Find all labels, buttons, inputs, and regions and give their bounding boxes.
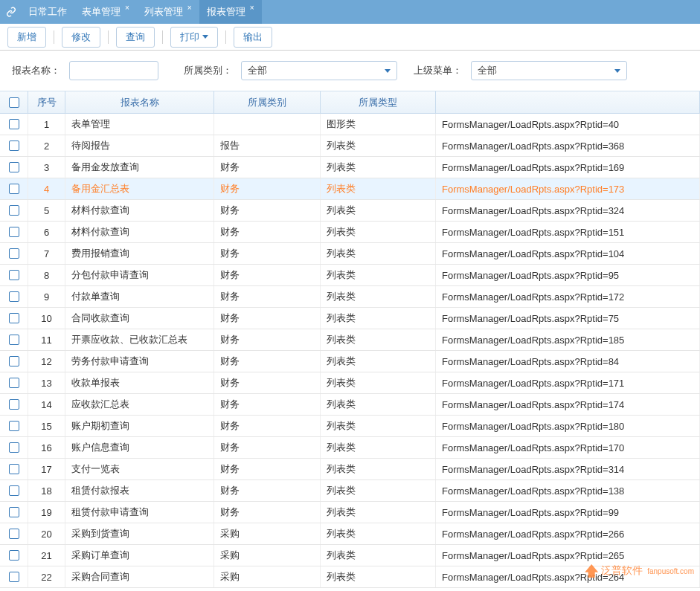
chevron-down-icon	[614, 69, 620, 73]
table-row[interactable]: 14应收款汇总表财务列表类FormsManager/LoadRpts.aspx?…	[0, 394, 700, 416]
table-row[interactable]: 11开票应收款、已收款汇总表财务列表类FormsManager/LoadRpts…	[0, 329, 700, 351]
tab-1[interactable]: 表单管理×	[74, 0, 137, 24]
export-button[interactable]: 输出	[234, 27, 272, 48]
row-checkbox-cell	[0, 437, 28, 458]
row-checkbox-cell	[0, 308, 28, 329]
cell-name: 采购合同查询	[65, 566, 214, 587]
table-row[interactable]: 9付款单查询财务列表类FormsManager/LoadRpts.aspx?Rp…	[0, 286, 700, 308]
row-checkbox[interactable]	[9, 227, 19, 237]
row-checkbox[interactable]	[9, 313, 19, 323]
row-checkbox-cell	[0, 178, 28, 199]
table-row[interactable]: 21采购订单查询采购列表类FormsManager/LoadRpts.aspx?…	[0, 545, 700, 566]
cell-url: FormsManager/LoadRpts.aspx?Rptid=173	[436, 178, 700, 199]
cell-type: 列表类	[321, 135, 436, 156]
row-checkbox[interactable]	[9, 550, 19, 561]
table-row[interactable]: 3备用金发放查询财务列表类FormsManager/LoadRpts.aspx?…	[0, 157, 700, 178]
close-icon[interactable]: ×	[187, 4, 192, 12]
table-row[interactable]: 4备用金汇总表财务列表类FormsManager/LoadRpts.aspx?R…	[0, 178, 700, 200]
row-checkbox[interactable]	[9, 529, 19, 539]
table-row[interactable]: 22采购合同查询采购列表类FormsManager/LoadRpts.aspx?…	[0, 566, 700, 588]
row-checkbox-cell	[0, 157, 28, 178]
row-checkbox[interactable]	[9, 119, 19, 129]
table-row[interactable]: 10合同收款查询财务列表类FormsManager/LoadRpts.aspx?…	[0, 308, 700, 329]
table-row[interactable]: 16账户信息查询财务列表类FormsManager/LoadRpts.aspx?…	[0, 437, 700, 459]
table-row[interactable]: 8分包付款申请查询财务列表类FormsManager/LoadRpts.aspx…	[0, 265, 700, 286]
edit-button[interactable]: 修改	[62, 27, 100, 48]
cell-url: FormsManager/LoadRpts.aspx?Rptid=99	[436, 502, 700, 523]
row-checkbox-cell	[0, 222, 28, 242]
select-all-checkbox[interactable]	[9, 97, 19, 108]
row-checkbox[interactable]	[9, 378, 19, 388]
report-name-input[interactable]	[69, 61, 158, 80]
row-checkbox[interactable]	[9, 141, 19, 151]
row-checkbox[interactable]	[9, 291, 19, 302]
header-name[interactable]: 报表名称	[65, 91, 214, 113]
cell-url: FormsManager/LoadRpts.aspx?Rptid=171	[436, 372, 700, 393]
tab-3[interactable]: 报表管理×	[199, 0, 262, 24]
tab-0[interactable]: 日常工作	[21, 0, 74, 24]
print-button[interactable]: 打印	[170, 27, 218, 48]
row-checkbox[interactable]	[9, 248, 19, 259]
table-row[interactable]: 2待阅报告报告列表类FormsManager/LoadRpts.aspx?Rpt…	[0, 135, 700, 157]
row-checkbox-cell	[0, 416, 28, 436]
row-checkbox[interactable]	[9, 335, 19, 345]
row-checkbox[interactable]	[9, 270, 19, 280]
cell-category: 财务	[214, 329, 321, 350]
row-checkbox[interactable]	[9, 507, 19, 517]
row-checkbox[interactable]	[9, 421, 19, 431]
cell-url: FormsManager/LoadRpts.aspx?Rptid=169	[436, 157, 700, 178]
table-row[interactable]: 7费用报销查询财务列表类FormsManager/LoadRpts.aspx?R…	[0, 243, 700, 265]
query-button[interactable]: 查询	[116, 27, 155, 48]
row-checkbox-cell	[0, 329, 28, 350]
cell-name: 费用报销查询	[65, 243, 214, 264]
cell-name: 劳务付款申请查询	[65, 351, 214, 372]
table-row[interactable]: 17支付一览表财务列表类FormsManager/LoadRpts.aspx?R…	[0, 459, 700, 480]
separator	[54, 30, 54, 44]
separator	[162, 30, 163, 44]
table-row[interactable]: 13收款单报表财务列表类FormsManager/LoadRpts.aspx?R…	[0, 372, 700, 394]
tab-2[interactable]: 列表管理×	[137, 0, 199, 24]
link-icon	[6, 7, 16, 17]
table-row[interactable]: 1表单管理图形类FormsManager/LoadRpts.aspx?Rptid…	[0, 114, 700, 135]
add-button[interactable]: 新增	[7, 27, 46, 48]
cell-name: 支付一览表	[65, 459, 214, 479]
row-checkbox-cell	[0, 351, 28, 372]
cell-name: 采购到货查询	[65, 523, 214, 544]
table-row[interactable]: 12劳务付款申请查询财务列表类FormsManager/LoadRpts.asp…	[0, 351, 700, 372]
row-checkbox[interactable]	[9, 356, 19, 366]
cell-type: 图形类	[321, 114, 436, 135]
category-dropdown[interactable]: 全部	[241, 61, 397, 80]
header-url[interactable]	[436, 91, 700, 113]
cell-name: 待阅报告	[65, 135, 214, 156]
header-type[interactable]: 所属类型	[321, 91, 436, 113]
row-checkbox[interactable]	[9, 162, 19, 172]
table-row[interactable]: 5材料付款查询财务列表类FormsManager/LoadRpts.aspx?R…	[0, 200, 700, 222]
cell-url: FormsManager/LoadRpts.aspx?Rptid=40	[436, 114, 700, 135]
cell-name: 账户信息查询	[65, 437, 214, 458]
table-row[interactable]: 18租赁付款报表财务列表类FormsManager/LoadRpts.aspx?…	[0, 480, 700, 502]
cell-type: 列表类	[321, 545, 436, 566]
row-checkbox[interactable]	[9, 572, 19, 582]
row-checkbox-cell	[0, 243, 28, 264]
table-row[interactable]: 6材料付款查询财务列表类FormsManager/LoadRpts.aspx?R…	[0, 222, 700, 243]
table-row[interactable]: 15账户期初查询财务列表类FormsManager/LoadRpts.aspx?…	[0, 416, 700, 437]
cell-category: 报告	[214, 135, 321, 156]
cell-category: 财务	[214, 437, 321, 458]
cell-name: 开票应收款、已收款汇总表	[65, 329, 214, 350]
table-row[interactable]: 20采购到货查询采购列表类FormsManager/LoadRpts.aspx?…	[0, 523, 700, 545]
close-icon[interactable]: ×	[125, 4, 129, 12]
row-checkbox[interactable]	[9, 205, 19, 216]
header-category[interactable]: 所属类别	[214, 91, 321, 113]
row-checkbox[interactable]	[9, 464, 19, 474]
chevron-down-icon	[385, 69, 391, 73]
parent-menu-dropdown[interactable]: 全部	[471, 61, 627, 80]
cell-type: 列表类	[321, 200, 436, 221]
table-row[interactable]: 19租赁付款申请查询财务列表类FormsManager/LoadRpts.asp…	[0, 502, 700, 523]
grid-body: 1表单管理图形类FormsManager/LoadRpts.aspx?Rptid…	[0, 114, 700, 588]
row-checkbox[interactable]	[9, 442, 19, 453]
close-icon[interactable]: ×	[250, 4, 254, 12]
row-checkbox[interactable]	[9, 399, 19, 410]
row-checkbox[interactable]	[9, 485, 19, 496]
header-seq[interactable]: 序号	[28, 91, 65, 113]
row-checkbox[interactable]	[9, 184, 19, 194]
